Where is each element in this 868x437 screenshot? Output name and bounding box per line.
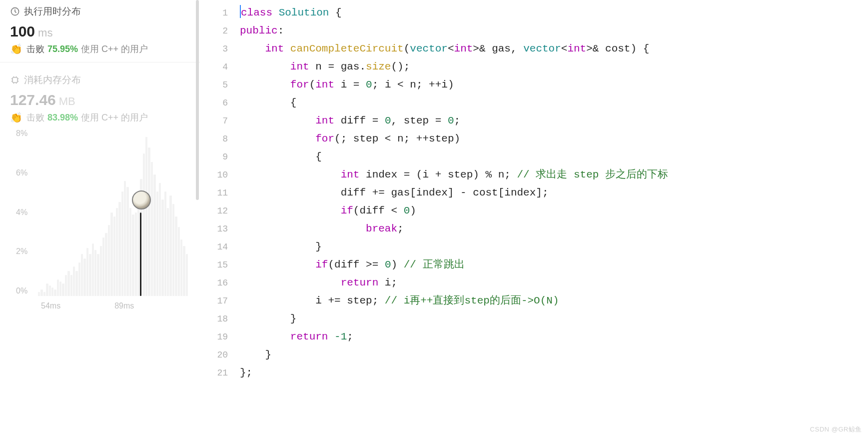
runtime-beats-label: 击败 <box>26 43 44 55</box>
line-number: 9 <box>200 148 228 166</box>
chart-bar <box>38 292 40 296</box>
memory-unit: MB <box>59 95 75 108</box>
code-line: for(; step < n; ++step) <box>240 130 868 148</box>
chart-bar <box>126 187 128 296</box>
chart-bar <box>49 286 51 296</box>
code-line: int n = gas.size(); <box>240 58 868 76</box>
memory-section: 消耗内存分布 127.46 MB 👏 击败 83.98% 使用 C++ 的用户 … <box>0 74 200 318</box>
y-tick: 2% <box>16 246 35 256</box>
chart-bar <box>105 233 107 296</box>
code-line: public: <box>240 22 868 40</box>
chart-bar <box>172 204 174 296</box>
line-number: 19 <box>200 328 228 346</box>
memory-beats-line: 👏 击败 83.98% 使用 C++ 的用户 <box>10 112 190 124</box>
line-number: 11 <box>200 184 228 202</box>
line-number: 4 <box>200 58 228 76</box>
chart-bar <box>102 238 104 296</box>
code-line: int diff = 0, step = 0; <box>240 112 868 130</box>
chart-bar <box>116 208 118 296</box>
svg-rect-1 <box>12 78 17 82</box>
chart-bar <box>145 137 147 296</box>
chart-bar <box>121 192 123 296</box>
chart-bar <box>92 244 94 296</box>
chart-bar <box>153 174 155 296</box>
line-number: 15 <box>200 256 228 274</box>
chart-bar <box>83 258 85 296</box>
runtime-value-line: 100 ms <box>10 23 190 40</box>
chart-bar <box>156 192 158 296</box>
runtime-title: 执行用时分布 <box>24 5 81 18</box>
line-number: 16 <box>200 274 228 292</box>
clap-icon: 👏 <box>10 43 22 55</box>
chart-bar <box>108 225 110 296</box>
line-number: 8 <box>200 130 228 148</box>
chart-bar <box>183 246 185 296</box>
scrollbar-thumb[interactable] <box>196 0 199 200</box>
line-number: 13 <box>200 220 228 238</box>
code-line: { <box>240 94 868 112</box>
memory-value-line: 127.46 MB <box>10 92 190 108</box>
watermark: CSDN @GR鲸鱼 <box>810 425 862 434</box>
chart-bar <box>89 254 91 296</box>
chart-bar <box>65 275 67 296</box>
code-line: }; <box>240 364 868 382</box>
line-number: 20 <box>200 346 228 364</box>
chart-bar <box>118 202 120 296</box>
chart-bar <box>57 280 59 296</box>
code-line: } <box>240 310 868 328</box>
line-number: 1 <box>200 4 228 22</box>
line-number: 10 <box>200 166 228 184</box>
code-content[interactable]: class Solution {public: int canCompleteC… <box>240 4 868 437</box>
runtime-beats-pct: 75.95% <box>47 44 78 54</box>
code-line: } <box>240 346 868 364</box>
left-panel-scrollbar[interactable] <box>195 0 200 437</box>
memory-title: 消耗内存分布 <box>24 74 81 86</box>
line-number: 12 <box>200 202 228 220</box>
code-line: for(int i = 0; i < n; ++i) <box>240 76 868 94</box>
chart-bar <box>113 216 115 296</box>
chart-bar <box>137 196 139 296</box>
chart-bar <box>129 208 131 296</box>
code-line: } <box>240 238 868 256</box>
chart-bar <box>148 148 150 296</box>
chart-bar <box>43 292 45 296</box>
code-line: if(diff < 0) <box>240 202 868 220</box>
code-line: return -1; <box>240 328 868 346</box>
memory-beats-label: 击败 <box>26 112 44 124</box>
chip-icon <box>10 75 20 85</box>
code-line: break; <box>240 220 868 238</box>
code-line: int index = (i + step) % n; // 求出走 step … <box>240 166 868 184</box>
chart-bar <box>110 212 112 296</box>
chart-bar <box>46 284 48 296</box>
chart-bar <box>62 284 64 296</box>
line-number: 17 <box>200 292 228 310</box>
chart-bar <box>86 248 88 296</box>
chart-bar <box>164 192 166 296</box>
runtime-value: 100 <box>10 23 35 40</box>
chart-marker-line <box>140 212 141 296</box>
y-tick: 4% <box>16 208 35 218</box>
line-number: 5 <box>200 76 228 94</box>
runtime-section: 执行用时分布 100 ms 👏 击败 75.95% 使用 C++ 的用户 <box>0 5 200 62</box>
code-line: return i; <box>240 274 868 292</box>
chart-bar <box>135 212 137 296</box>
x-tick: 54ms <box>41 302 60 310</box>
chart-bar <box>54 290 56 296</box>
runtime-header: 执行用时分布 <box>10 5 190 18</box>
chart-bar <box>51 288 53 296</box>
runtime-beats-line: 👏 击败 75.95% 使用 C++ 的用户 <box>10 43 190 55</box>
chart-marker-avatar <box>132 190 151 210</box>
runtime-beats-suffix: 使用 C++ 的用户 <box>81 43 148 55</box>
chart-bar <box>40 290 42 296</box>
chart-bar <box>186 254 188 296</box>
x-tick: 89ms <box>114 302 134 310</box>
memory-distribution-chart[interactable]: 8%6%4%2%0% 54ms89ms <box>10 128 190 314</box>
stats-panel: 执行用时分布 100 ms 👏 击败 75.95% 使用 C++ 的用户 消耗内… <box>0 0 200 437</box>
chart-bar <box>81 254 83 296</box>
memory-beats-suffix: 使用 C++ 的用户 <box>81 112 148 124</box>
code-line: i += step; // i再++直接到step的后面->O(N) <box>240 292 868 310</box>
runtime-unit: ms <box>38 26 52 40</box>
chart-bar <box>159 183 161 296</box>
code-editor[interactable]: 123456789101112131415161718192021 class … <box>200 0 868 437</box>
chart-bar <box>175 216 177 296</box>
